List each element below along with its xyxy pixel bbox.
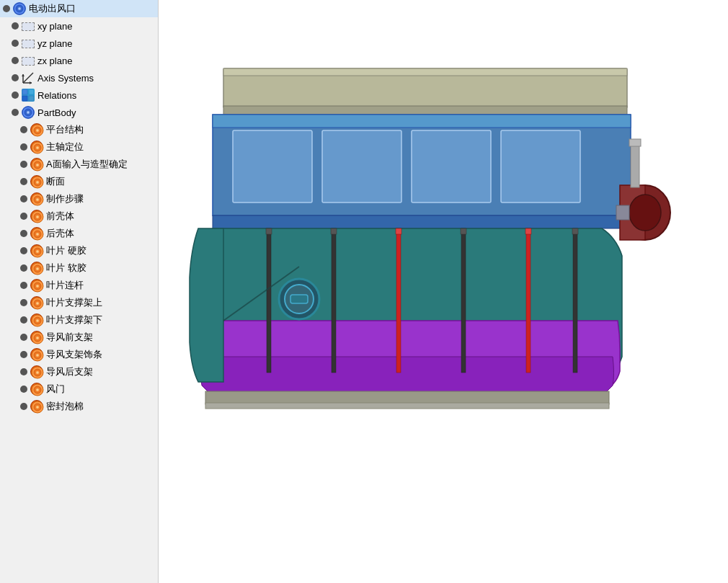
tree-item-front-shell[interactable]: 前壳体 — [0, 208, 158, 225]
svg-rect-77 — [205, 403, 609, 409]
svg-point-62 — [36, 388, 39, 391]
tree-dot — [20, 247, 27, 254]
tree-dot — [12, 40, 19, 47]
svg-point-29 — [36, 198, 39, 201]
component-icon — [30, 210, 43, 223]
svg-rect-80 — [332, 228, 336, 373]
3d-viewport — [159, 0, 728, 583]
tree-label: 后壳体 — [46, 227, 74, 240]
svg-point-17 — [36, 129, 39, 132]
tree-item-yz-plane[interactable]: yz plane — [0, 35, 158, 52]
tree-item-a-face-shape[interactable]: A面输入与造型确定 — [0, 156, 158, 173]
tree-label: 叶片 软胶 — [46, 262, 86, 275]
tree-dot — [20, 316, 27, 324]
tree-dot — [12, 109, 19, 116]
svg-rect-83 — [396, 228, 401, 234]
tree-dot — [12, 22, 19, 30]
tree-item-xy-plane[interactable]: xy plane — [0, 17, 158, 35]
tree-item-zx-plane[interactable]: zx plane — [0, 52, 158, 69]
plane-icon — [22, 38, 35, 48]
component-icon — [30, 227, 43, 240]
svg-point-38 — [36, 250, 39, 253]
component-icon — [30, 123, 43, 136]
svg-point-53 — [36, 337, 39, 339]
svg-point-23 — [36, 164, 39, 166]
tree-label: PartBody — [37, 107, 76, 118]
tree-item-guide-rear-bracket[interactable]: 导风后支架 — [0, 363, 158, 380]
tree-item-blade-soft[interactable]: 叶片 软胶 — [0, 259, 158, 277]
tree-item-platform-structure[interactable]: 平台结构 — [0, 121, 158, 138]
tree-item-axis-systems[interactable]: Axis Systems — [0, 69, 158, 86]
tree-label: 叶片 硬胶 — [46, 244, 86, 257]
svg-point-47 — [36, 302, 39, 305]
svg-point-14 — [27, 111, 30, 114]
tree-label: 断面 — [46, 175, 65, 188]
svg-rect-11 — [29, 96, 34, 101]
tree-item-blade-support-bottom[interactable]: 叶片支撑架下 — [0, 311, 158, 329]
svg-rect-86 — [526, 228, 531, 373]
tree-label: 导风支架饰条 — [46, 348, 102, 361]
svg-rect-71 — [233, 130, 312, 203]
tree-item-electric-outlet[interactable]: 电动出风口 — [0, 0, 158, 17]
component-icon — [30, 279, 43, 292]
tree-item-rear-shell[interactable]: 后壳体 — [0, 225, 158, 242]
tree-dot — [20, 299, 27, 306]
tree-item-blade-support-top[interactable]: 叶片支撑架上 — [0, 294, 158, 311]
plane-icon — [22, 55, 35, 66]
axis-icon — [22, 71, 35, 84]
svg-rect-68 — [223, 106, 627, 115]
svg-line-3 — [23, 73, 33, 83]
part-icon — [13, 2, 26, 15]
svg-rect-78 — [267, 228, 271, 373]
tree-label: 导风后支架 — [46, 365, 93, 378]
svg-rect-79 — [266, 228, 272, 234]
component-icon — [30, 400, 43, 413]
svg-point-32 — [36, 215, 39, 218]
tree-label: 风门 — [46, 383, 65, 396]
tree-item-blade-hard[interactable]: 叶片 硬胶 — [0, 242, 158, 259]
svg-rect-70 — [213, 115, 631, 128]
tree-dot — [12, 57, 19, 64]
component-icon — [30, 141, 43, 153]
tree-item-relations[interactable]: Relations — [0, 86, 158, 104]
tree-item-guide-bracket-trim[interactable]: 导风支架饰条 — [0, 346, 158, 363]
component-icon — [30, 192, 43, 205]
svg-rect-8 — [22, 89, 27, 94]
tree-item-section[interactable]: 断面 — [0, 173, 158, 190]
tree-dot — [20, 195, 27, 203]
svg-rect-84 — [461, 228, 466, 373]
svg-point-35 — [36, 233, 39, 236]
svg-point-95 — [629, 195, 661, 231]
component-icon — [30, 244, 43, 257]
tree-dot — [20, 264, 27, 272]
svg-point-41 — [36, 267, 39, 270]
tree-item-blade-link[interactable]: 叶片连杆 — [0, 277, 158, 294]
svg-rect-72 — [322, 130, 401, 203]
tree-label: A面输入与造型确定 — [46, 158, 128, 171]
tree-item-seal-foam[interactable]: 密封泡棉 — [0, 398, 158, 415]
tree-item-air-door[interactable]: 风门 — [0, 380, 158, 398]
svg-rect-82 — [396, 228, 401, 373]
svg-marker-6 — [22, 74, 25, 76]
tree-dot — [20, 143, 27, 151]
tree-item-guide-front-bracket[interactable]: 导风前支架 — [0, 329, 158, 346]
tree-dot — [20, 161, 27, 168]
component-icon — [30, 262, 43, 275]
svg-rect-75 — [213, 215, 631, 228]
svg-rect-87 — [525, 228, 531, 234]
svg-point-65 — [36, 406, 39, 409]
3d-model — [184, 47, 703, 537]
svg-point-2 — [18, 7, 21, 10]
tree-item-spindle-position[interactable]: 主轴定位 — [0, 138, 158, 156]
svg-rect-73 — [412, 130, 491, 203]
tree-label: 导风前支架 — [46, 331, 93, 344]
component-icon — [30, 313, 43, 326]
tree-dot — [20, 213, 27, 220]
component-icon — [30, 365, 43, 378]
svg-rect-76 — [205, 391, 609, 404]
svg-point-50 — [36, 319, 39, 322]
tree-dot — [20, 334, 27, 341]
svg-rect-92 — [290, 295, 308, 303]
tree-item-make-steps[interactable]: 制作步骤 — [0, 190, 158, 208]
tree-item-part-body[interactable]: PartBody — [0, 104, 158, 121]
